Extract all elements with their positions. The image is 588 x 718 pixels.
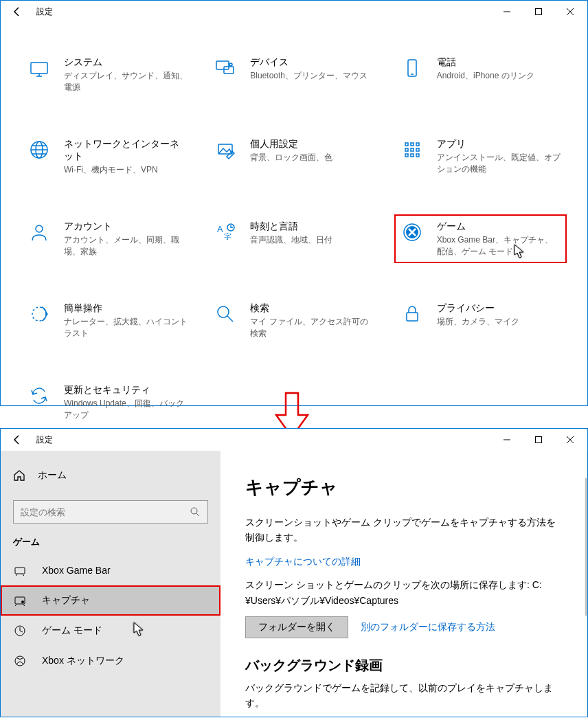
maximize-button[interactable] bbox=[523, 429, 554, 451]
minimize-button[interactable] bbox=[491, 1, 523, 23]
tile-desc: Bluetooth、プリンター、マウス bbox=[250, 70, 368, 82]
svg-rect-12 bbox=[405, 148, 408, 151]
nav-label: ゲーム モード bbox=[42, 625, 102, 637]
tile-desc: ナレーター、拡大鏡、ハイコントラスト bbox=[64, 316, 188, 339]
svg-text:A: A bbox=[217, 224, 223, 234]
back-button[interactable] bbox=[2, 429, 32, 451]
network-icon bbox=[27, 137, 52, 162]
ease-icon bbox=[27, 302, 52, 326]
scrollbar[interactable] bbox=[585, 478, 587, 616]
tile-search[interactable]: 検索 マイ ファイル、アクセス許可の検索 bbox=[207, 296, 380, 345]
privacy-icon bbox=[400, 302, 425, 326]
svg-rect-15 bbox=[405, 154, 408, 157]
svg-rect-11 bbox=[416, 143, 419, 146]
nav-gamebar[interactable]: Xbox Game Bar bbox=[1, 555, 220, 585]
svg-rect-9 bbox=[405, 143, 408, 146]
tile-desc: Xbox Game Bar、キャプチャ、配信、ゲーム モード bbox=[437, 234, 561, 258]
gaming-icon bbox=[400, 220, 425, 245]
account-icon bbox=[27, 220, 52, 245]
nav-capture[interactable]: キャプチャ bbox=[1, 585, 220, 616]
tile-desc: 場所、カメラ、マイク bbox=[437, 316, 519, 328]
nav-label: キャプチャ bbox=[42, 594, 90, 607]
svg-rect-26 bbox=[407, 313, 418, 321]
tile-title: 更新とセキュリティ bbox=[64, 383, 188, 396]
svg-rect-10 bbox=[411, 143, 414, 146]
system-icon bbox=[27, 56, 52, 80]
tile-devices[interactable]: デバイス Bluetooth、プリンター、マウス bbox=[207, 50, 380, 99]
tile-title: ゲーム bbox=[437, 220, 561, 232]
tile-title: 電話 bbox=[437, 56, 534, 68]
phone-icon bbox=[400, 56, 425, 80]
change-folder-link[interactable]: 別のフォルダーに保存する方法 bbox=[361, 621, 495, 633]
tile-desc: Android、iPhone のリンク bbox=[437, 70, 534, 82]
svg-point-25 bbox=[218, 306, 229, 317]
window-title: 設定 bbox=[36, 434, 53, 446]
background-recording-desc: バックグラウンドでゲームを記録して、以前のプレイをキャプチャします。 bbox=[245, 680, 562, 711]
svg-rect-29 bbox=[15, 568, 25, 574]
svg-rect-8 bbox=[218, 144, 232, 154]
save-location-text: スクリーン ショットとゲームのクリップを次の場所に保存します: C:¥Users… bbox=[245, 577, 562, 608]
tile-privacy[interactable]: プライバシー 場所、カメラ、マイク bbox=[394, 296, 567, 345]
tile-phone[interactable]: 電話 Android、iPhone のリンク bbox=[394, 50, 567, 99]
tile-title: システム bbox=[64, 56, 188, 68]
tile-desc: ディスプレイ、サウンド、通知、電源 bbox=[64, 70, 188, 93]
tile-account[interactable]: アカウント アカウント、メール、同期、職場、家族 bbox=[21, 214, 194, 263]
settings-main-window: 設定 システム ディスプレイ、サウンド、通知、電源 デバイス Bluetooth… bbox=[0, 0, 588, 406]
tile-title: アカウント bbox=[64, 220, 188, 232]
maximize-button[interactable] bbox=[523, 1, 554, 23]
titlebar: 設定 bbox=[1, 429, 587, 451]
search-input[interactable] bbox=[13, 500, 208, 524]
svg-rect-13 bbox=[411, 148, 414, 151]
tile-ease[interactable]: 簡単操作 ナレーター、拡大鏡、ハイコントラスト bbox=[21, 296, 194, 345]
tile-title: 個人用設定 bbox=[250, 137, 332, 150]
close-button[interactable] bbox=[554, 429, 586, 451]
svg-rect-27 bbox=[536, 437, 542, 443]
minimize-button[interactable] bbox=[491, 429, 523, 451]
close-button[interactable] bbox=[554, 1, 586, 23]
tile-time[interactable]: A字 時刻と言語 音声認識、地域、日付 bbox=[207, 214, 380, 263]
tile-personalize[interactable]: 個人用設定 背景、ロック画面、色 bbox=[207, 132, 380, 181]
settings-tiles: システム ディスプレイ、サウンド、通知、電源 デバイス Bluetooth、プリ… bbox=[1, 23, 587, 426]
tile-gaming[interactable]: ゲーム Xbox Game Bar、キャプチャ、配信、ゲーム モード bbox=[394, 214, 567, 263]
svg-point-28 bbox=[191, 508, 197, 514]
description-text: スクリーンショットやゲーム クリップでゲームをキャプチャする方法を制御します。 bbox=[245, 515, 562, 546]
titlebar: 設定 bbox=[1, 1, 587, 23]
svg-text:字: 字 bbox=[224, 232, 231, 240]
tile-desc: アカウント、メール、同期、職場、家族 bbox=[64, 234, 188, 258]
sidebar: ホーム ゲーム Xbox Game Bar キャプチャ ゲーム モード Xbox… bbox=[1, 451, 220, 717]
tile-title: デバイス bbox=[250, 56, 368, 68]
background-recording-heading: バックグラウンド録画 bbox=[245, 656, 562, 675]
xbox-icon bbox=[13, 655, 27, 667]
content-pane: キャプチャ スクリーンショットやゲーム クリップでゲームをキャプチャする方法を制… bbox=[220, 451, 587, 717]
nav-label: Xbox ネットワーク bbox=[42, 655, 124, 667]
tile-system[interactable]: システム ディスプレイ、サウンド、通知、電源 bbox=[21, 50, 194, 99]
settings-detail-window: 設定 ホーム ゲーム Xbox Game Bar キャプチャ ゲーム モード X… bbox=[0, 428, 588, 717]
apps-icon bbox=[400, 137, 425, 162]
tile-title: 時刻と言語 bbox=[250, 220, 332, 232]
nav-label: Xbox Game Bar bbox=[42, 565, 111, 576]
tile-title: ネットワークとインターネット bbox=[64, 137, 188, 162]
section-label: ゲーム bbox=[1, 524, 220, 555]
tile-update[interactable]: 更新とセキュリティ Windows Update、回復、バックアップ bbox=[21, 378, 194, 427]
capture-icon bbox=[13, 594, 27, 607]
update-icon bbox=[27, 383, 52, 408]
time-icon: A字 bbox=[213, 220, 238, 245]
tile-title: プライバシー bbox=[437, 302, 519, 314]
home-link[interactable]: ホーム bbox=[1, 460, 220, 491]
tile-desc: 背景、ロック画面、色 bbox=[250, 152, 332, 164]
page-heading: キャプチャ bbox=[245, 475, 562, 500]
tile-desc: 音声認識、地域、日付 bbox=[250, 234, 332, 246]
tile-apps[interactable]: アプリ アンインストール、既定値、オプションの機能 bbox=[394, 132, 567, 181]
svg-rect-17 bbox=[416, 154, 419, 157]
search-field[interactable] bbox=[21, 507, 190, 517]
svg-point-4 bbox=[229, 63, 232, 66]
nav-gamemode[interactable]: ゲーム モード bbox=[1, 616, 220, 646]
tile-title: アプリ bbox=[437, 137, 561, 150]
nav-xbox[interactable]: Xbox ネットワーク bbox=[1, 646, 220, 676]
open-folder-button[interactable]: フォルダーを開く bbox=[245, 616, 348, 638]
learn-more-link[interactable]: キャプチャについての詳細 bbox=[245, 556, 361, 567]
tile-title: 簡単操作 bbox=[64, 302, 188, 314]
back-button[interactable] bbox=[2, 1, 32, 23]
gamemode-icon bbox=[13, 625, 27, 637]
tile-network[interactable]: ネットワークとインターネット Wi-Fi、機内モード、VPN bbox=[21, 132, 194, 181]
